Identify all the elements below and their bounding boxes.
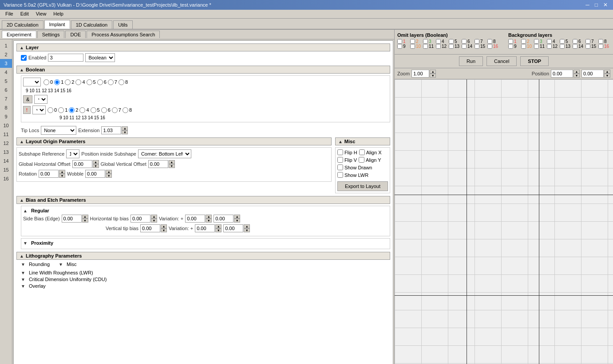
pos-x-input[interactable]: [551, 70, 573, 78]
lwr-item[interactable]: ▼ Line Width Roughness (LWR): [21, 270, 390, 275]
cdu-item[interactable]: ▼ Critical Dimension Uniformity (CDU): [21, 277, 390, 282]
litho-misc-item[interactable]: ▼ Misc: [59, 262, 77, 267]
vert-tip-down[interactable]: ▼: [161, 228, 167, 232]
global-v-input[interactable]: [148, 160, 168, 168]
horiz-var1-up[interactable]: ▲: [206, 215, 212, 219]
pos-x-up[interactable]: ▲: [573, 70, 580, 74]
vert-var1-down[interactable]: ▼: [215, 228, 221, 232]
tab-implant[interactable]: Implant: [44, 20, 70, 29]
side-bias-up[interactable]: ▲: [82, 215, 88, 219]
bool-and-btn[interactable]: &: [23, 95, 32, 103]
sub-tab-process-assumptions[interactable]: Process Assumptions Search: [87, 31, 160, 38]
tab-utils[interactable]: Utils: [113, 20, 132, 29]
show-drawn-checkbox[interactable]: [337, 164, 343, 170]
vert-var1-up[interactable]: ▲: [215, 224, 221, 228]
layout-origin-header[interactable]: ▲ Layout Origin Parameters: [16, 137, 332, 145]
boolean-section-header[interactable]: ▲ Boolean: [16, 66, 390, 74]
bool-and-select[interactable]: ▼: [34, 95, 47, 104]
bool-not-btn[interactable]: !: [23, 106, 31, 114]
sub-tab-doe[interactable]: DOE: [65, 31, 86, 38]
sub-tab-experiment[interactable]: Experiment: [2, 31, 36, 38]
tab-2d-calculation[interactable]: 2D Calculation: [2, 20, 44, 29]
subshape-select[interactable]: 1: [66, 149, 79, 158]
vert-var1-input[interactable]: [195, 224, 215, 232]
row-16[interactable]: 16: [0, 174, 12, 183]
horiz-var2-up[interactable]: ▲: [234, 215, 240, 219]
menu-file[interactable]: File: [2, 11, 17, 17]
global-h-down[interactable]: ▼: [93, 164, 99, 168]
horiz-tip-input[interactable]: [131, 215, 150, 223]
zoom-down[interactable]: ▼: [430, 74, 436, 78]
rotation-up[interactable]: ▲: [59, 170, 65, 174]
rotation-input[interactable]: [39, 170, 59, 178]
overlay-item[interactable]: ▼ Overlay: [21, 283, 390, 289]
row-13[interactable]: 13: [0, 148, 12, 157]
row-6[interactable]: 6: [0, 86, 12, 94]
extension-input[interactable]: [101, 126, 121, 134]
align-y-checkbox[interactable]: [359, 157, 364, 163]
extension-down[interactable]: ▼: [122, 130, 128, 134]
wobble-down[interactable]: ▼: [106, 174, 112, 178]
global-v-down[interactable]: ▼: [169, 164, 175, 168]
side-bias-down[interactable]: ▼: [82, 219, 88, 223]
pos-y-down[interactable]: ▼: [604, 74, 610, 78]
side-bias-input[interactable]: [62, 215, 82, 223]
row-14[interactable]: 14: [0, 157, 12, 165]
row-12[interactable]: 12: [0, 139, 12, 148]
vert-var2-input[interactable]: [223, 224, 243, 232]
vert-var2-down[interactable]: ▼: [244, 228, 250, 232]
align-x-checkbox[interactable]: [359, 149, 365, 155]
regular-header[interactable]: ▲ Regular: [23, 208, 388, 213]
run-button[interactable]: Run: [459, 56, 483, 66]
layer-section-header[interactable]: ▲ Layer: [16, 43, 390, 51]
proximity-header[interactable]: ▼ Proximity: [23, 240, 388, 246]
minimize-button[interactable]: ─: [584, 2, 591, 8]
tip-locs-select[interactable]: None: [41, 126, 76, 135]
zoom-input[interactable]: [411, 70, 429, 78]
global-h-input[interactable]: [72, 160, 92, 168]
horiz-tip-down[interactable]: ▼: [151, 219, 157, 223]
row-10[interactable]: 10: [0, 121, 12, 130]
horiz-var1-down[interactable]: ▼: [206, 219, 212, 223]
row-4[interactable]: 4: [0, 68, 12, 77]
global-v-up[interactable]: ▲: [169, 160, 175, 164]
row-1[interactable]: 1: [0, 41, 12, 50]
misc-section-header[interactable]: ▲ Misc: [335, 137, 390, 145]
sub-tab-settings[interactable]: Settings: [37, 31, 65, 38]
horiz-var1-input[interactable]: [185, 215, 205, 223]
wobble-input[interactable]: [85, 170, 105, 178]
vert-var2-up[interactable]: ▲: [244, 224, 250, 228]
show-lwr-checkbox[interactable]: [337, 172, 343, 178]
vert-tip-up[interactable]: ▲: [161, 224, 167, 228]
close-button[interactable]: ✕: [601, 2, 609, 8]
row-7[interactable]: 7: [0, 94, 12, 103]
pos-y-up[interactable]: ▲: [604, 70, 610, 74]
stop-button[interactable]: STOP: [520, 56, 549, 66]
zoom-up[interactable]: ▲: [430, 70, 436, 74]
rotation-down[interactable]: ▼: [59, 174, 65, 178]
extension-up[interactable]: ▲: [122, 126, 128, 130]
rounding-item[interactable]: ▼ Rounding: [21, 262, 50, 267]
bool-op-select-1[interactable]: [23, 78, 41, 86]
row-5[interactable]: 5: [0, 77, 12, 86]
lithography-header[interactable]: ▲ Lithography Parameters: [16, 252, 390, 260]
position-select[interactable]: Corner: Bottom Left: [138, 149, 191, 158]
cancel-button[interactable]: Cancel: [486, 56, 517, 66]
row-8[interactable]: 8: [0, 103, 12, 112]
export-layout-btn[interactable]: Export to Layout: [337, 181, 388, 191]
global-h-up[interactable]: ▲: [93, 160, 99, 164]
row-11[interactable]: 11: [0, 130, 12, 139]
tab-1d-calculation[interactable]: 1D Calculation: [71, 20, 113, 29]
horiz-var2-down[interactable]: ▼: [234, 219, 240, 223]
layer-enabled-checkbox[interactable]: [21, 55, 27, 61]
wobble-up[interactable]: ▲: [106, 170, 112, 174]
menu-edit[interactable]: Edit: [17, 11, 32, 17]
maximize-button[interactable]: □: [593, 2, 600, 8]
bias-etch-header[interactable]: ▲ Bias and Etch Parameters: [16, 196, 390, 204]
menu-help[interactable]: Help: [50, 11, 67, 17]
pos-y-input[interactable]: [581, 70, 604, 78]
row-2[interactable]: 2: [0, 50, 12, 59]
horiz-tip-up[interactable]: ▲: [151, 215, 157, 219]
canvas-area[interactable]: [395, 79, 613, 364]
bool-not-select[interactable]: ▼: [32, 106, 46, 114]
